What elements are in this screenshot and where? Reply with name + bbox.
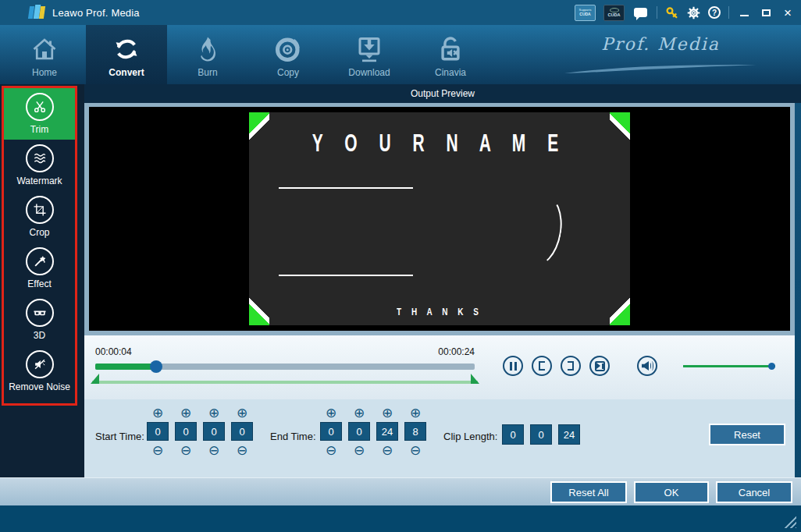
pause-button[interactable] — [503, 356, 523, 376]
increment-button[interactable]: ⊕ — [326, 406, 336, 420]
start-time-value[interactable]: 0 — [147, 422, 169, 441]
maximize-button[interactable] — [759, 5, 773, 20]
copy-disc-icon — [274, 33, 302, 66]
convert-icon — [112, 33, 141, 66]
decrement-button[interactable]: ⊖ — [326, 443, 336, 457]
decrement-button[interactable]: ⊖ — [354, 443, 365, 457]
tool-sidebar: Trim Watermark Crop Effect — [0, 84, 84, 477]
clip-length-value: 24 — [558, 424, 580, 445]
end-time-value[interactable]: 0 — [320, 422, 342, 441]
increment-button[interactable]: ⊕ — [152, 406, 163, 420]
clip-length-label: Clip Length: — [443, 431, 497, 442]
output-preview-header: Output Preview — [84, 84, 801, 103]
sidebar-item-watermark[interactable]: Watermark — [4, 140, 75, 191]
close-bracket-icon — [568, 361, 574, 371]
ok-button[interactable]: OK — [634, 481, 709, 503]
increment-button[interactable]: ⊕ — [237, 406, 247, 420]
decrement-button[interactable]: ⊖ — [152, 443, 163, 457]
clip-length-values: 0 0 24 — [502, 424, 580, 445]
sidebar-item-trim[interactable]: Trim — [4, 88, 75, 140]
app-logo-icon — [28, 5, 45, 20]
decrement-button[interactable]: ⊖ — [382, 443, 393, 457]
playback-slider-thumb[interactable] — [150, 360, 162, 373]
decrement-button[interactable]: ⊖ — [237, 443, 247, 457]
decrement-button[interactable]: ⊖ — [180, 443, 191, 457]
decrement-button[interactable]: ⊖ — [208, 443, 219, 457]
end-time-spinners: ⊕ 0 ⊖ ⊕ 0 ⊖ ⊕ 24 ⊖ ⊕ 8 ⊖ — [320, 406, 426, 457]
dialog-button-strip: Reset All OK Cancel — [0, 477, 801, 505]
play-selection-button[interactable] — [589, 356, 610, 376]
reset-button[interactable]: Reset — [709, 424, 785, 445]
nvidia-eye-icon — [610, 8, 619, 12]
end-time-label: End Time: — [270, 431, 316, 442]
close-button[interactable]: × — [781, 5, 795, 20]
maximize-icon — [762, 9, 771, 16]
video-title-text: Y O U R N A M E — [249, 130, 630, 158]
settings-gear-icon[interactable] — [687, 6, 700, 20]
trim-scissors-icon — [26, 93, 54, 121]
end-time-field-3: ⊕ 24 ⊖ — [376, 406, 398, 457]
playback-controls — [503, 356, 775, 376]
tab-cinavia[interactable]: Cinavia — [410, 25, 491, 84]
video-graphic-line — [279, 187, 413, 189]
volume-track — [683, 365, 775, 367]
playback-slider[interactable] — [95, 364, 475, 370]
increment-button[interactable]: ⊕ — [180, 406, 191, 420]
tab-copy[interactable]: Copy — [247, 25, 329, 84]
video-graphic-arc — [508, 190, 568, 271]
help-icon[interactable]: ? — [708, 6, 721, 19]
end-time-value[interactable]: 8 — [404, 422, 426, 441]
tab-home[interactable]: Home — [4, 25, 85, 84]
tab-convert[interactable]: Convert — [86, 25, 167, 84]
increment-button[interactable]: ⊕ — [410, 406, 421, 420]
open-bracket-icon — [539, 361, 545, 371]
app-window: Leawo Prof. Media Supports CUDA CUDA ? × — [0, 0, 801, 532]
playback-progress-fill — [95, 364, 156, 370]
window-frame-edge — [795, 84, 801, 505]
set-end-button[interactable] — [561, 356, 581, 376]
start-time-value[interactable]: 0 — [175, 422, 197, 441]
decrement-button[interactable]: ⊖ — [410, 443, 421, 457]
reset-all-button[interactable]: Reset All — [550, 481, 627, 503]
volume-button[interactable] — [637, 356, 657, 376]
increment-button[interactable]: ⊕ — [382, 406, 393, 420]
minimize-button[interactable] — [737, 5, 751, 20]
video-canvas[interactable]: Y O U R N A M E T H A N K S — [249, 112, 630, 325]
feedback-chat-icon[interactable] — [634, 8, 647, 17]
start-time-value[interactable]: 0 — [203, 422, 225, 441]
end-time-field-4: ⊕ 8 ⊖ — [404, 406, 426, 457]
volume-thumb[interactable] — [768, 363, 775, 370]
sidebar-item-3d[interactable]: 3D — [4, 294, 75, 346]
increment-button[interactable]: ⊕ — [354, 406, 365, 420]
supports-cuda-badge: Supports CUDA — [575, 5, 596, 21]
start-time-field-1: ⊕ 0 ⊖ — [147, 406, 169, 457]
total-time: 00:00:24 — [95, 346, 475, 357]
sidebar-item-remove-noise[interactable]: Remove Noise — [4, 346, 75, 397]
end-time-value[interactable]: 24 — [376, 422, 398, 441]
register-key-icon[interactable] — [665, 5, 679, 20]
letterbox-area: Y O U R N A M E T H A N K S — [89, 107, 790, 331]
start-time-field-2: ⊕ 0 ⊖ — [175, 406, 197, 457]
annotation-highlight-box: Trim Watermark Crop Effect — [2, 86, 77, 406]
set-start-button[interactable] — [532, 356, 552, 376]
sidebar-item-crop[interactable]: Crop — [4, 191, 75, 243]
trim-start-handle[interactable] — [91, 374, 99, 384]
trim-end-handle[interactable] — [471, 374, 479, 384]
close-icon: × — [784, 6, 792, 20]
remove-noise-mute-icon — [26, 350, 54, 378]
status-footer — [0, 505, 801, 532]
volume-slider[interactable] — [683, 362, 775, 370]
home-icon — [30, 33, 59, 66]
tab-download[interactable]: Download — [329, 25, 410, 84]
tab-burn[interactable]: Burn — [167, 25, 248, 84]
end-time-field-1: ⊕ 0 ⊖ — [320, 406, 342, 457]
sidebar-item-effect[interactable]: Effect — [4, 243, 75, 294]
start-time-value[interactable]: 0 — [231, 422, 253, 441]
cinavia-unlock-mute-icon — [437, 33, 464, 66]
end-time-value[interactable]: 0 — [348, 422, 370, 441]
timeline-panel: 00:00:04 00:00:24 — [84, 335, 795, 399]
resize-grip[interactable] — [783, 515, 796, 528]
cancel-button[interactable]: Cancel — [716, 481, 792, 503]
start-time-spinners: ⊕ 0 ⊖ ⊕ 0 ⊖ ⊕ 0 ⊖ ⊕ 0 ⊖ — [147, 406, 253, 457]
increment-button[interactable]: ⊕ — [208, 406, 219, 420]
